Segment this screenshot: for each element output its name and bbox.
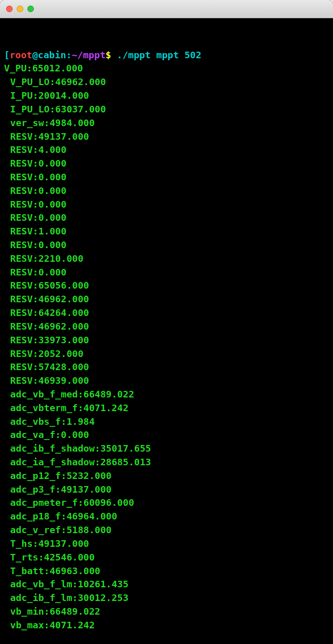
output-line: RESV:46962.000 [4,320,329,334]
prompt-host: cabin [38,50,66,60]
output-line: adc_vb_f_med:66489.022 [4,388,329,401]
output-line: adc_vb_f_lm:10261.435 [4,578,329,591]
output-line: RESV:0.000 [4,171,329,184]
output-line: adc_ib_f_shadow:35017.655 [4,442,329,456]
prompt-path: ~/mppt [72,50,106,60]
output-line: vb_max:4071.242 [4,619,329,632]
output-line: RESV:0.000 [4,184,329,198]
output-line: RESV:4.000 [4,143,329,157]
output-line: RESV:33973.000 [4,334,329,347]
close-icon[interactable] [6,6,13,12]
output-line: adc_ia_f_shadow:28685.013 [4,456,329,469]
output-line: adc_vbterm_f:4071.242 [4,401,329,415]
prompt-at: @ [32,50,38,60]
output-line: RESV:2210.000 [4,252,329,266]
output-line: RESV:57428.000 [4,360,329,374]
output-line: adc_pmeter_f:60096.000 [4,496,329,510]
output-line: adc_p12_f:5232.000 [4,469,329,483]
prompt-colon: : [66,50,72,60]
maximize-icon[interactable] [27,6,34,12]
output-line: ver_sw:4984.000 [4,116,329,130]
output-line: vb_min:66489.022 [4,605,329,619]
output-line: adc_va_f:0.000 [4,428,329,442]
output-line: adc_v_ref:5188.000 [4,524,329,537]
output-line: adc_ib_f_lm:30012.253 [4,591,329,605]
output-line: RESV:2052.000 [4,347,329,361]
prompt-dollar: $ [106,50,117,60]
output-line: RESV:0.000 [4,198,329,212]
output-line: RESV:0.000 [4,157,329,171]
output-line: RESV:0.000 [4,238,329,252]
prompt-user: root [10,50,32,60]
output-line: RESV:46962.000 [4,293,329,306]
window-titlebar [0,0,333,18]
prompt-line: [root@cabin:~/mppt$ ./mppt mppt 502 [4,49,329,62]
command-text: ./mppt mppt 502 [117,50,201,60]
output-line: adc_p18_f:46964.000 [4,510,329,524]
output-line: adc_p3_f:49137.000 [4,483,329,497]
output-line: RESV:1.000 [4,225,329,238]
output-line: T_rts:42546.000 [4,551,329,565]
output-line: RESV:0.000 [4,266,329,279]
prompt-bracket-open: [ [4,50,10,60]
output-line: RESV:49137.000 [4,130,329,144]
output-line: I_PU_LO:63037.000 [4,103,329,116]
output-line: V_PU_LO:46962.000 [4,75,329,89]
output-line: RESV:46939.000 [4,374,329,388]
output-line: RESV:0.000 [4,211,329,225]
output-line: adc_vbs_f:1.984 [4,415,329,429]
output-line: RESV:64264.000 [4,306,329,320]
output-line: T_hs:49137.000 [4,537,329,551]
output-line: V_PU:65012.000 [4,62,329,75]
output-line: RESV:65056.000 [4,279,329,293]
output-line: T_batt:46963.000 [4,565,329,578]
minimize-icon[interactable] [17,6,23,12]
terminal-output: V_PU:65012.000V_PU_LO:46962.000I_PU:2001… [4,62,329,632]
terminal-body[interactable]: [root@cabin:~/mppt$ ./mppt mppt 502V_PU:… [0,18,333,644]
terminal-window: [root@cabin:~/mppt$ ./mppt mppt 502V_PU:… [0,0,333,644]
output-line: I_PU:20014.000 [4,89,329,103]
